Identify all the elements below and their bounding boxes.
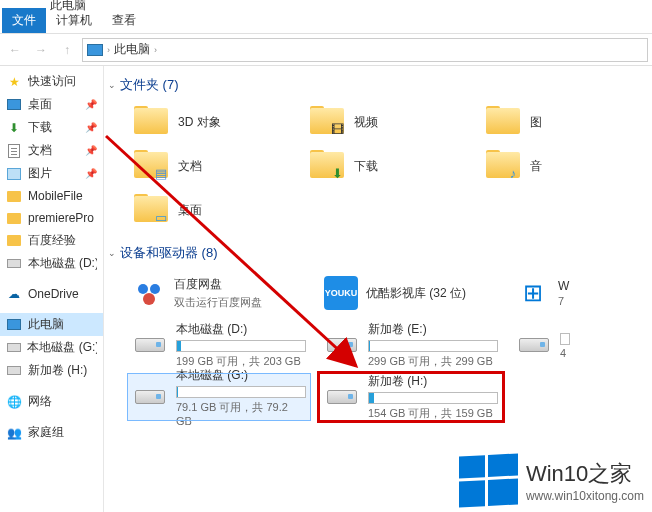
drive-stats: 79.1 GB 可用，共 79.2 GB xyxy=(176,400,306,427)
sidebar-item-label: premierePro xyxy=(28,211,94,225)
folder-label: 音 xyxy=(530,158,542,175)
hdd-icon xyxy=(516,330,552,360)
sidebar-item-label: OneDrive xyxy=(28,287,79,301)
sidebar-homegroup[interactable]: 👥 家庭组 xyxy=(0,421,103,444)
chevron-down-icon: ⌄ xyxy=(108,80,116,90)
pc-icon xyxy=(6,317,22,333)
sidebar-item-premierepro[interactable]: premierePro xyxy=(0,207,103,229)
sidebar-item-desktop[interactable]: 桌面 📌 xyxy=(0,93,103,116)
video-icon: 🎞 xyxy=(328,120,346,138)
drive-stats: 299 GB 可用，共 299 GB xyxy=(368,354,498,369)
desktop-icon xyxy=(6,97,22,113)
app-item-youku[interactable]: YOUKU 优酷影视库 (32 位) xyxy=(320,270,502,316)
desktop-icon: ▭ xyxy=(152,208,170,226)
app-item-partial[interactable]: ⊞ W7 xyxy=(512,270,648,316)
folders-grid: 3D 对象 🎞视频 图 ▤文档 ⬇下载 ♪音 ▭桌面 xyxy=(128,102,648,230)
drive-stats: 4 xyxy=(560,347,644,359)
pin-icon: 📌 xyxy=(85,168,97,179)
ribbon-tab-computer[interactable]: 计算机 xyxy=(46,8,102,33)
ribbon-tab-view[interactable]: 查看 xyxy=(102,8,146,33)
folder-item-music[interactable]: ♪音 xyxy=(480,146,648,186)
folder-item-pictures[interactable]: 图 xyxy=(480,102,648,142)
app-sub: 双击运行百度网盘 xyxy=(174,295,306,310)
star-icon: ★ xyxy=(6,74,22,90)
ribbon-tab-file[interactable]: 文件 xyxy=(2,8,46,33)
section-header-folders[interactable]: ⌄ 文件夹 (7) xyxy=(108,72,648,98)
svg-point-2 xyxy=(143,293,155,305)
sidebar-onedrive[interactable]: ☁ OneDrive xyxy=(0,283,103,305)
sidebar: ★ 快速访问 桌面 📌 ⬇ 下载 📌 文档 📌 图片 📌 xyxy=(0,66,104,512)
folder-icon: 🎞 xyxy=(308,106,346,138)
content-area: ⌄ 文件夹 (7) 3D 对象 🎞视频 图 ▤文档 ⬇下载 ♪音 ▭桌面 ⌄ 设… xyxy=(104,66,652,512)
pin-icon: 📌 xyxy=(85,145,97,156)
sidebar-item-disk-d[interactable]: 本地磁盘 (D:) xyxy=(0,252,103,275)
sidebar-item-downloads[interactable]: ⬇ 下载 📌 xyxy=(0,116,103,139)
sidebar-item-label: 桌面 xyxy=(28,96,52,113)
sidebar-network[interactable]: 🌐 网络 xyxy=(0,390,103,413)
document-icon: ▤ xyxy=(152,164,170,182)
drive-item-g[interactable]: 本地磁盘 (G:)79.1 GB 可用，共 79.2 GB xyxy=(128,374,310,420)
drive-name: 新加卷 (E:) xyxy=(368,321,498,338)
sidebar-item-disk-h[interactable]: 新加卷 (H:) xyxy=(0,359,103,382)
sidebar-item-mobilefile[interactable]: MobileFile xyxy=(0,185,103,207)
chevron-right-icon: › xyxy=(107,45,110,55)
drive-item-d[interactable]: 本地磁盘 (D:)199 GB 可用，共 203 GB xyxy=(128,322,310,368)
sidebar-item-pictures[interactable]: 图片 📌 xyxy=(0,162,103,185)
drive-item-e[interactable]: 新加卷 (E:)299 GB 可用，共 299 GB xyxy=(320,322,502,368)
windows-icon: ⊞ xyxy=(516,276,550,310)
folder-item-documents[interactable]: ▤文档 xyxy=(128,146,296,186)
hdd-icon xyxy=(324,382,360,412)
drive-icon xyxy=(6,256,22,272)
drive-icon xyxy=(6,340,21,356)
drive-item-h[interactable]: 新加卷 (H:)154 GB 可用，共 159 GB xyxy=(320,374,502,420)
drive-item-partial[interactable]: 4 xyxy=(512,322,648,368)
ribbon: 文件 计算机 查看 xyxy=(0,10,652,34)
app-item-baidupan[interactable]: 百度网盘双击运行百度网盘 xyxy=(128,270,310,316)
drive-name: 本地磁盘 (D:) xyxy=(176,321,306,338)
folder-icon: ▭ xyxy=(132,194,170,226)
sidebar-this-pc[interactable]: 此电脑 xyxy=(0,313,103,336)
section-title: 文件夹 (7) xyxy=(120,76,179,94)
folder-icon: ⬇ xyxy=(308,150,346,182)
nav-up-button[interactable]: ↑ xyxy=(56,39,78,61)
capacity-bar xyxy=(560,333,570,345)
drives-grid: 百度网盘双击运行百度网盘 YOUKU 优酷影视库 (32 位) ⊞ W7 本地磁… xyxy=(128,270,648,420)
folder-item-3d[interactable]: 3D 对象 xyxy=(128,102,296,142)
homegroup-icon: 👥 xyxy=(6,425,22,441)
sidebar-item-disk-g[interactable]: 本地磁盘 (G:) xyxy=(0,336,103,359)
folder-item-downloads[interactable]: ⬇下载 xyxy=(304,146,472,186)
section-title: 设备和驱动器 (8) xyxy=(120,244,218,262)
sidebar-item-documents[interactable]: 文档 📌 xyxy=(0,139,103,162)
chevron-down-icon: ⌄ xyxy=(108,248,116,258)
breadcrumb-location[interactable]: 此电脑 xyxy=(114,41,150,58)
drive-icon xyxy=(6,363,22,379)
folder-item-videos[interactable]: 🎞视频 xyxy=(304,102,472,142)
sidebar-item-label: MobileFile xyxy=(28,189,83,203)
hdd-icon xyxy=(132,330,168,360)
folder-label: 3D 对象 xyxy=(178,114,221,131)
app-name: 百度网盘 xyxy=(174,276,306,293)
sidebar-quick-access[interactable]: ★ 快速访问 xyxy=(0,70,103,93)
sidebar-item-baidujy[interactable]: 百度经验 xyxy=(0,229,103,252)
download-icon: ⬇ xyxy=(6,120,22,136)
folder-item-desktop[interactable]: ▭桌面 xyxy=(128,190,296,230)
baidu-netdisk-icon xyxy=(132,276,166,310)
youku-icon: YOUKU xyxy=(324,276,358,310)
nav-back-button[interactable]: ← xyxy=(4,39,26,61)
app-sub: 7 xyxy=(558,295,644,307)
folder-icon xyxy=(6,210,22,226)
folder-icon: ▤ xyxy=(132,150,170,182)
music-icon: ♪ xyxy=(504,164,522,182)
sidebar-item-label: 家庭组 xyxy=(28,424,64,441)
sidebar-item-label: 文档 xyxy=(28,142,52,159)
folder-icon xyxy=(6,233,22,249)
hdd-icon xyxy=(324,330,360,360)
breadcrumb[interactable]: › 此电脑 › xyxy=(82,38,648,62)
pin-icon: 📌 xyxy=(85,99,97,110)
nav-forward-button[interactable]: → xyxy=(30,39,52,61)
sidebar-item-label: 此电脑 xyxy=(28,316,64,333)
folder-label: 桌面 xyxy=(178,202,202,219)
folder-label: 图 xyxy=(530,114,542,131)
drive-stats: 154 GB 可用，共 159 GB xyxy=(368,406,498,421)
section-header-drives[interactable]: ⌄ 设备和驱动器 (8) xyxy=(108,240,648,266)
